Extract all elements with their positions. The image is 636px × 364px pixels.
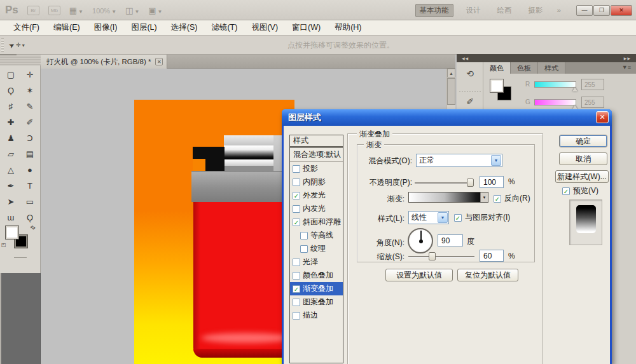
preview-option[interactable]: ✓ 预览(V) [562, 185, 598, 196]
style-row-描边[interactable]: 描边 [290, 309, 343, 322]
gradient-style-dropdown[interactable]: 线性 ▼ [408, 211, 449, 224]
gradient-tool[interactable]: ▤ [20, 146, 39, 162]
close-button[interactable]: ✕ [611, 5, 632, 16]
panel-tab-颜色[interactable]: 颜色 [483, 62, 511, 74]
cancel-button[interactable]: 取消 [559, 152, 607, 165]
eyedropper-tool[interactable]: ✎ [20, 98, 39, 114]
opacity-field[interactable]: 100 [480, 176, 504, 188]
reverse-option[interactable]: ✓ 反向(R) [494, 193, 530, 204]
style-checkbox[interactable] [293, 299, 300, 306]
bridge-badge-icon[interactable]: Br [27, 6, 39, 15]
style-checkbox[interactable] [293, 272, 300, 280]
history-brush-tool[interactable]: Ↄ [20, 130, 39, 146]
green-value-field[interactable]: 255 [581, 97, 604, 108]
style-row-斜面和浮雕[interactable]: ✓斜面和浮雕 [290, 215, 343, 229]
menu-item-8[interactable]: 帮助(H) [328, 22, 368, 33]
scale-field[interactable]: 60 [480, 250, 504, 262]
workspace-button[interactable]: 绘画 [494, 4, 516, 17]
collapse-dock-icon[interactable]: ◀◀ [462, 56, 469, 60]
green-slider-thumb[interactable] [572, 105, 577, 109]
tab-close-icon[interactable]: ✕ [155, 58, 163, 65]
dialog-close-button[interactable]: ✕ [596, 111, 609, 123]
history-panel-icon[interactable]: ⟲ [457, 69, 483, 79]
menu-item-1[interactable]: 编辑(E) [46, 22, 87, 33]
minimize-button[interactable]: — [576, 5, 593, 16]
style-row-颜色叠加[interactable]: 颜色叠加 [290, 269, 343, 282]
style-checkbox[interactable] [300, 232, 308, 239]
launch-bridge-button[interactable]: ▦▼ [69, 4, 83, 16]
new-style-button[interactable]: 新建样式(W)... [555, 170, 609, 183]
minibridge-badge-icon[interactable]: Mb [48, 6, 60, 15]
menu-item-4[interactable]: 选择(S) [164, 22, 205, 33]
opacity-slider[interactable] [415, 182, 473, 184]
reverse-checkbox[interactable]: ✓ [494, 195, 501, 203]
menu-item-5[interactable]: 滤镜(T) [204, 22, 244, 33]
panel-tab-样式[interactable]: 样式 [538, 62, 565, 74]
healing-brush-tool[interactable]: ✚ [1, 114, 20, 130]
expand-dock-icon[interactable]: ▶▶ [624, 56, 631, 60]
style-row-内阴影[interactable]: 内阴影 [290, 175, 343, 189]
scroll-up-icon[interactable]: ▲ [447, 69, 455, 78]
lasso-tool[interactable]: Ϙ [1, 83, 20, 98]
move-tool[interactable]: ✛ [20, 67, 39, 83]
document-tab[interactable]: 打火机 @ 100% (卡片, RGB/8) * ✕ [41, 55, 167, 69]
ok-button[interactable]: 确定 [559, 135, 607, 147]
workspace-overflow-button[interactable]: » [553, 5, 565, 15]
foreground-color-swatch[interactable] [5, 226, 19, 239]
scale-slider-thumb[interactable] [429, 252, 436, 260]
scale-slider[interactable] [408, 256, 474, 257]
pen-tool[interactable]: ✒ [1, 178, 20, 194]
dodge-tool[interactable]: ● [20, 162, 39, 178]
style-checkbox[interactable] [293, 205, 300, 213]
panel-foreground-swatch[interactable] [490, 79, 504, 93]
brush-tool[interactable]: ✐ [20, 114, 39, 130]
green-slider[interactable] [534, 99, 576, 105]
blend-mode-dropdown[interactable]: 正常 ▼ [416, 154, 502, 167]
style-row-外发光[interactable]: ✓外发光 [290, 189, 343, 202]
style-row-投影[interactable]: 投影 [290, 162, 343, 175]
blending-options-item[interactable]: 混合选项:默认 [290, 148, 343, 162]
style-checkbox[interactable] [293, 259, 300, 266]
style-checkbox[interactable] [293, 165, 300, 173]
canvas[interactable] [134, 100, 294, 364]
red-slider-thumb[interactable] [572, 87, 577, 91]
brush-panel-icon[interactable]: ✐ [457, 97, 483, 107]
reset-default-button[interactable]: 复位为默认值 [457, 269, 518, 281]
magic-wand-tool[interactable]: ✶ [20, 83, 39, 98]
gradient-preview-bar[interactable]: ▼ [408, 192, 488, 203]
style-checkbox[interactable] [300, 245, 308, 253]
zoom-tool[interactable]: Ǫ [20, 210, 39, 226]
style-checkbox[interactable]: ✓ [293, 192, 300, 199]
tools-panel-grip[interactable] [0, 55, 41, 65]
eraser-tool[interactable]: ▱ [1, 146, 20, 162]
menu-item-7[interactable]: 窗口(W) [285, 22, 328, 33]
default-colors-icon[interactable]: ◰ [1, 242, 6, 248]
screen-mode-button[interactable]: ▣▼ [148, 4, 162, 16]
zoom-level-dropdown[interactable]: 100%▼ [92, 4, 116, 16]
angle-field[interactable]: 90 [438, 234, 463, 246]
style-row-内发光[interactable]: 内发光 [290, 202, 343, 215]
dialog-title-bar[interactable]: 图层样式 ✕ [282, 109, 612, 126]
style-row-渐变叠加[interactable]: ✓渐变叠加 [290, 282, 343, 295]
workspace-button[interactable]: 摄影 [525, 4, 547, 17]
rectangular-marquee-tool[interactable]: ▢ [1, 67, 20, 83]
style-row-图案叠加[interactable]: 图案叠加 [290, 295, 343, 309]
menu-item-0[interactable]: 文件(F) [6, 22, 46, 33]
menu-item-3[interactable]: 图层(L) [124, 22, 163, 33]
blur-tool[interactable]: △ [1, 162, 20, 178]
restore-button[interactable]: ❐ [593, 5, 610, 16]
angle-dial[interactable] [408, 228, 433, 253]
arrange-documents-button[interactable]: ◫▼ [125, 4, 139, 16]
style-checkbox[interactable]: ✓ [293, 219, 300, 226]
menu-item-2[interactable]: 图像(I) [87, 22, 125, 33]
style-row-等高线[interactable]: 等高线 [290, 229, 343, 242]
red-value-field[interactable]: 255 [581, 79, 604, 90]
style-row-光泽[interactable]: 光泽 [290, 255, 343, 269]
style-checkbox[interactable] [293, 312, 300, 320]
clone-stamp-tool[interactable]: ♟ [1, 130, 20, 146]
panel-menu-icon[interactable]: ▼≡ [622, 64, 631, 71]
hand-tool[interactable]: ɯ [1, 210, 20, 226]
move-tool-preset[interactable]: ➤ ✛ ▾ [9, 39, 34, 51]
align-checkbox[interactable]: ✓ [454, 214, 462, 222]
red-slider[interactable] [534, 81, 576, 88]
